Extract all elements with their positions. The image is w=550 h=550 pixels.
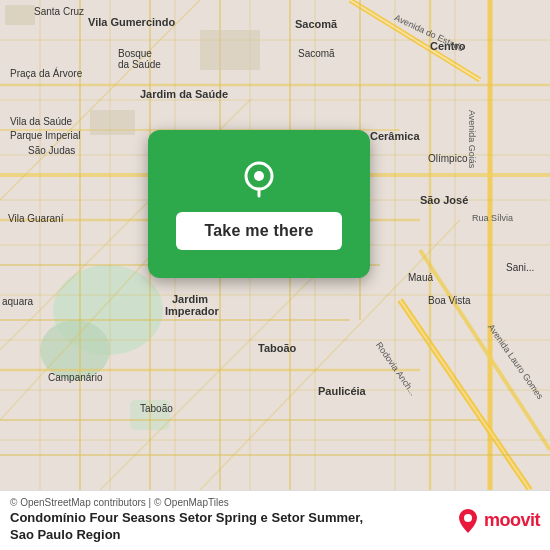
bottom-bar: © OpenStreetMap contributors | © OpenMap… (0, 490, 550, 550)
location-pin-icon (237, 158, 281, 202)
action-card[interactable]: Take me there (148, 130, 370, 278)
svg-rect-47 (90, 110, 135, 135)
moovit-text: moovit (484, 510, 540, 531)
map-container: Santa Cruz Vila Gumercindo Bosque da Saú… (0, 0, 550, 490)
svg-point-53 (464, 514, 472, 522)
map-attribution: © OpenStreetMap contributors | © OpenMap… (10, 497, 390, 508)
moovit-pin-icon (456, 507, 480, 535)
take-me-there-button[interactable]: Take me there (176, 212, 341, 250)
place-name: Condomínio Four Seasons Setor Spring e S… (10, 510, 390, 544)
svg-rect-46 (5, 5, 35, 25)
moovit-logo: moovit (456, 507, 540, 535)
svg-point-52 (254, 171, 264, 181)
place-info: © OpenStreetMap contributors | © OpenMap… (10, 497, 390, 544)
svg-rect-48 (200, 30, 260, 70)
